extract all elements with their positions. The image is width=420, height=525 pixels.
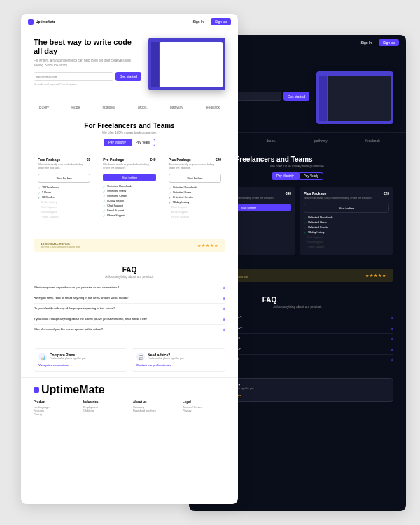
- pricing-section: For Freelancers and Teams We offer 100% …: [21, 115, 238, 232]
- footer-link[interactable]: Privacy: [183, 410, 225, 412]
- hero-subtitle: For writers, a random sentence can help …: [34, 59, 141, 68]
- pricing-plan: Plus Package€29Wisdom is easily acquired…: [300, 187, 393, 255]
- monthly-toggle[interactable]: Pay Monthly: [104, 139, 131, 146]
- plan-name: Free Package: [38, 158, 60, 162]
- expand-icon: ⊕: [223, 296, 225, 300]
- faq-item[interactable]: Have you seen, read or heard anything in…: [34, 293, 225, 304]
- footer-heading: Industries: [83, 400, 126, 404]
- plan-feature: ·Chat Support: [169, 206, 221, 209]
- yearly-toggle[interactable]: Pay Yearly: [131, 139, 155, 146]
- expand-icon: ⊕: [223, 307, 225, 311]
- plan-feature: ✓Chat Support: [103, 204, 155, 208]
- plan-cta-button[interactable]: Start for free: [169, 174, 221, 183]
- plan-feature: ✓90 day history: [169, 201, 221, 204]
- faq-question: Who else would you like to see appear in…: [34, 328, 103, 331]
- signup-button[interactable]: Sign up: [211, 18, 231, 25]
- signup-button[interactable]: Sign up: [379, 39, 399, 46]
- help-link[interactable]: View price comparison →: [38, 363, 122, 367]
- faq-item[interactable]: Do you identify with any of the people a…: [34, 304, 225, 314]
- footer-link[interactable]: Pricing: [34, 413, 76, 416]
- hero: The best way to write code all day For w…: [21, 29, 238, 99]
- footer-logo[interactable]: UptimeMate: [34, 384, 225, 396]
- monthly-toggle[interactable]: Pay Monthly: [272, 172, 299, 180]
- check-icon: ✓: [103, 195, 105, 198]
- help-card: 💬Need advice?Find out what plan is right…: [132, 348, 225, 372]
- check-icon: ·: [38, 206, 38, 209]
- plan-feature: ✓Email Support: [103, 209, 155, 213]
- get-started-button[interactable]: Get started: [115, 72, 141, 81]
- faq-question: Have you seen, read or heard anything in…: [34, 296, 128, 300]
- plan-feature: ·Chat Support: [304, 236, 389, 239]
- yearly-toggle[interactable]: Pay Yearly: [299, 172, 323, 180]
- expand-icon: ⊕: [391, 358, 393, 362]
- check-icon: ·: [304, 236, 304, 239]
- logo[interactable]: UptimeMate: [28, 19, 55, 24]
- pricing-plan: Pro Package€49Wisdom is easily acquired …: [99, 153, 160, 225]
- faq-title: FAQ: [34, 266, 225, 274]
- email-input[interactable]: [34, 72, 113, 81]
- check-icon: ·: [169, 206, 169, 209]
- check-icon: ·: [304, 246, 304, 249]
- plan-cta-button[interactable]: Start for free: [304, 204, 389, 213]
- plan-feature: ✓90 day history: [304, 231, 389, 234]
- footer-link[interactable]: Company: [133, 406, 176, 409]
- footer-column: LegalTerms of ServicePrivacy: [183, 400, 225, 416]
- check-icon: ·: [169, 216, 169, 219]
- brand-logo: drops.: [138, 105, 148, 109]
- check-icon: ✓: [103, 214, 105, 218]
- footer-link[interactable]: Childcare: [83, 410, 126, 412]
- plan-feature: ✓Unlimited Downloads: [103, 185, 155, 188]
- pricing-plans: Free Package€0Wisdom is easily acquired …: [34, 153, 225, 225]
- plan-feature: ·Email Support: [304, 241, 389, 244]
- pricing-plan: Free Package€0Wisdom is easily acquired …: [34, 153, 94, 225]
- help-cards: 📊Compare PlansFind out what plan is righ…: [21, 342, 238, 377]
- check-icon: ·: [38, 216, 38, 219]
- faq-subtitle: Ask us anything about our product.: [34, 275, 225, 279]
- brand-logo: feedback: [206, 105, 220, 109]
- plan-name: Plus Package: [169, 158, 191, 162]
- logo-icon: [28, 19, 34, 24]
- plan-feature: ✓20 Downloads: [38, 186, 90, 190]
- footer-column: ProductLandingpagesFeaturesPricing: [34, 400, 76, 416]
- footer-link[interactable]: Landingpages: [34, 406, 76, 409]
- rating-banner: 4.9 OVERALL RATINGServing 3,000 companie…: [34, 239, 225, 252]
- footer-link[interactable]: Employment: [83, 406, 126, 409]
- pricing-title: For Freelancers and Teams: [34, 122, 225, 130]
- footer-column: About usCompanyDownload brochure: [133, 400, 176, 416]
- footer-link[interactable]: Download brochure: [133, 410, 176, 412]
- plan-feature: ✓Unlimited Users: [103, 190, 155, 193]
- footer-link[interactable]: Features: [34, 410, 76, 412]
- plan-feature: ✓5 Users: [38, 191, 90, 195]
- check-icon: ·: [38, 201, 38, 204]
- faq-question: What companies or products do you percei…: [34, 286, 119, 289]
- plan-desc: Wisdom is easily acquired when hiding un…: [38, 163, 90, 170]
- brand-logo: Boxify: [39, 105, 49, 109]
- pricing-plan: Plus Package€29Wisdom is easily acquired…: [164, 153, 225, 225]
- plan-desc: Wisdom is easily acquired when hiding un…: [103, 163, 155, 170]
- plan-feature: ✓Unlimited Downloads: [169, 186, 221, 190]
- faq-item[interactable]: What companies or products do you percei…: [34, 283, 225, 293]
- help-card: 📊Compare PlansFind out what plan is righ…: [34, 348, 127, 372]
- signin-button[interactable]: Sign In: [188, 18, 208, 25]
- help-link[interactable]: Contact our professionals →: [136, 363, 220, 367]
- check-icon: ✓: [103, 200, 105, 203]
- plan-cta-button[interactable]: Start for free: [103, 174, 155, 181]
- check-icon: ·: [38, 211, 38, 214]
- faq-item[interactable]: Who else would you like to see appear in…: [34, 325, 225, 335]
- plan-cta-button[interactable]: Start for free: [38, 174, 90, 183]
- faq-question: Do you identify with any of the people a…: [34, 307, 115, 310]
- light-theme-card: UptimeMate Sign In Sign up The best way …: [21, 14, 238, 504]
- check-icon: ✓: [169, 201, 171, 204]
- faq-item[interactable]: If you could change anything about the a…: [34, 314, 225, 325]
- hero-note: No credit card required. Cancel anytime.: [34, 83, 141, 86]
- plan-price: €29: [216, 158, 221, 162]
- check-icon: ✓: [169, 186, 171, 190]
- check-icon: ✓: [304, 231, 306, 234]
- plan-feature: ·Phone Support: [38, 216, 90, 219]
- plan-name: Plus Package: [304, 191, 326, 195]
- signin-button[interactable]: Sign In: [356, 39, 376, 46]
- get-started-button[interactable]: Get started: [284, 92, 309, 101]
- check-icon: ·: [169, 211, 169, 214]
- billing-toggle: Pay Monthly Pay Yearly: [34, 139, 225, 146]
- footer-link[interactable]: Terms of Service: [183, 406, 225, 409]
